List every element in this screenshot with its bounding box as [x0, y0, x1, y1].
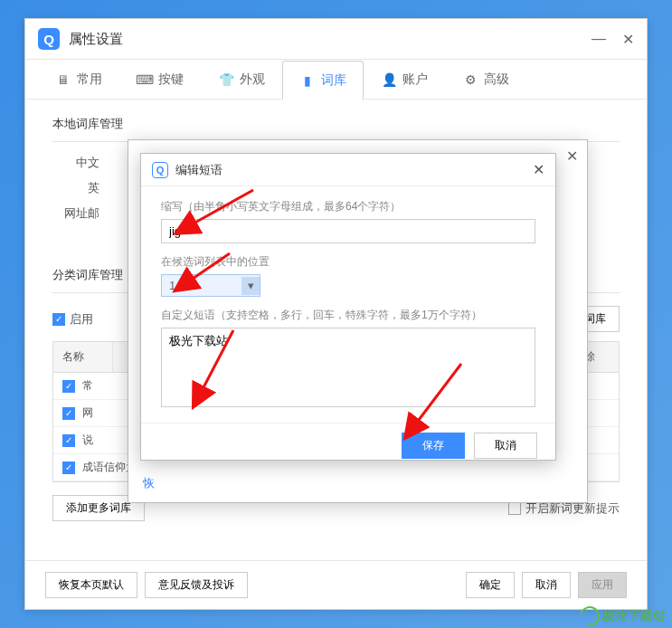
row-english-label: 英: [52, 180, 107, 196]
position-label: 在候选词列表中的位置: [161, 254, 535, 270]
apply-button[interactable]: 应用: [578, 572, 627, 598]
close-icon[interactable]: ✕: [533, 161, 544, 178]
tab-keys[interactable]: ⌨按键: [119, 60, 201, 99]
restore-link[interactable]: 恢: [143, 475, 155, 491]
book-icon: ▮: [299, 72, 316, 89]
window-title: 属性设置: [69, 31, 123, 48]
section-local-title: 本地词库管理: [52, 116, 620, 132]
tab-appearance[interactable]: 👕外观: [201, 60, 282, 99]
app-logo-icon: Q: [38, 28, 60, 50]
cancel-button[interactable]: 取消: [522, 572, 571, 598]
monitor-icon: 🖥: [55, 71, 71, 88]
restore-defaults-button[interactable]: 恢复本页默认: [45, 572, 137, 598]
abbr-label: 缩写（由半角小写英文字母组成，最多64个字符）: [161, 199, 535, 214]
key-icon: ⌨: [137, 71, 153, 88]
tab-bar: 🖥常用 ⌨按键 👕外观 ▮词库 👤账户 ⚙高级: [25, 60, 647, 100]
close-icon[interactable]: ✕: [622, 31, 634, 48]
watermark: 极光下载站: [580, 606, 665, 626]
user-icon: 👤: [381, 71, 397, 88]
row-url-label: 网址邮: [52, 205, 107, 222]
feedback-button[interactable]: 意见反馈及投诉: [145, 572, 248, 598]
cancel-button[interactable]: 取消: [474, 433, 537, 459]
edit-phrase-dialog: Q 编辑短语 ✕ 缩写（由半角小写英文字母组成，最多64个字符） 在候选词列表中…: [140, 153, 556, 461]
position-select[interactable]: 1 ▾: [161, 274, 260, 297]
close-icon[interactable]: ✕: [566, 147, 578, 165]
phrase-label: 自定义短语（支持空格，多行，回车，特殊字符，最多1万个字符）: [161, 308, 535, 323]
enable-checkbox[interactable]: ✓启用: [52, 311, 93, 328]
titlebar: Q 属性设置 — ✕: [25, 19, 647, 60]
dialog-title: 编辑短语: [175, 162, 222, 178]
row-chinese-label: 中文: [52, 155, 107, 171]
app-logo-icon: Q: [152, 162, 168, 178]
shirt-icon: 👕: [218, 71, 234, 88]
tab-dictionary[interactable]: ▮词库: [282, 61, 364, 100]
minimize-icon[interactable]: —: [592, 31, 606, 48]
th-name: 名称: [53, 342, 113, 372]
tab-account[interactable]: 👤账户: [364, 60, 445, 99]
save-button[interactable]: 保存: [402, 433, 465, 459]
gear-icon: ⚙: [462, 71, 478, 88]
tab-advanced[interactable]: ⚙高级: [445, 60, 526, 99]
footer-bar: 恢复本页默认 意见反馈及投诉 确定 取消 应用: [25, 560, 647, 609]
ok-button[interactable]: 确定: [466, 572, 515, 598]
tab-common[interactable]: 🖥常用: [38, 60, 119, 99]
abbr-input[interactable]: [161, 219, 535, 243]
phrase-textarea[interactable]: [161, 328, 535, 407]
chevron-down-icon: ▾: [241, 277, 260, 295]
